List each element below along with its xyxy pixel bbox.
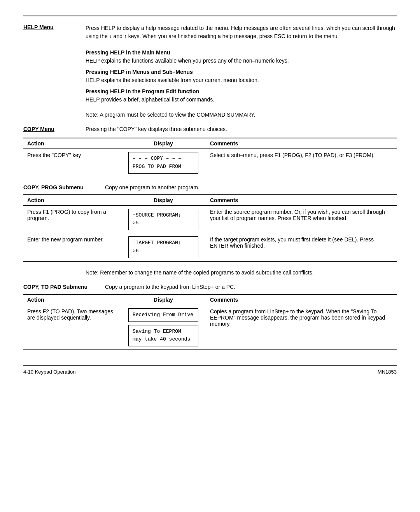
help-subsection-1: Pressing HELP in the Main Menu HELP expl… [86, 49, 397, 65]
pad-table-col-action: Action [23, 294, 121, 305]
copy-menu-label: COPY Menu [23, 126, 86, 132]
help-menu-section: HELP Menu Press HELP to display a help m… [23, 24, 397, 104]
receiving-display-line1: Receiving From Drive [133, 312, 193, 318]
copy-display-box: – – – COPY – – – PROG TO PAD FROM [128, 152, 198, 174]
prog-row1-comments: Enter the source program number. Or, if … [206, 205, 397, 233]
pad-row1-display: Receiving From Drive Saving To EEPROM ma… [121, 305, 206, 349]
saving-display-line1: Saving To EEPROM [133, 329, 181, 334]
pad-row1-action: Press F2 (TO PAD). Two messages are disp… [23, 305, 121, 349]
help-sub2-heading: Pressing HELP in Menus and Sub–Menus [86, 69, 193, 75]
help-subsection-3: Pressing HELP In the Program Edit functi… [86, 87, 397, 104]
help-sub1-text: HELP explains the functions available wh… [86, 58, 289, 64]
copy-display-line2: PROG TO PAD FROM [133, 164, 181, 170]
copy-row1-display: – – – COPY – – – PROG TO PAD FROM [121, 149, 206, 177]
help-menu-intro: Press HELP to display a help message rel… [86, 24, 397, 40]
help-menu-content: Press HELP to display a help message rel… [86, 24, 397, 104]
copy-table-col-action: Action [23, 138, 121, 149]
pad-table-col-display: Display [121, 294, 206, 305]
help-menu-label: HELP Menu [23, 24, 86, 30]
source-display-line1: ↑SOURCE PROGRAM↓ [133, 212, 181, 218]
copy-to-pad-table: Action Display Comments Press F2 (TO PAD… [23, 294, 397, 350]
help-menu-note: Note: A program must be selected to view… [86, 111, 397, 119]
table-row: Press F2 (TO PAD). Two messages are disp… [23, 305, 397, 349]
help-sub2-text: HELP explains the selections available f… [86, 77, 259, 83]
copy-table-col-comments: Comments [206, 138, 397, 149]
copy-prog-header: COPY, PROG Submenu Copy one program to a… [23, 184, 397, 190]
table-row: Press the "COPY" key – – – COPY – – – PR… [23, 149, 397, 177]
copy-menu-section: COPY Menu Pressing the "COPY" key displa… [23, 126, 397, 132]
pad-row1-comments: Copies a program from LinStep+ to the ke… [206, 305, 397, 349]
table-row: Press F1 (PROG) to copy from a program. … [23, 205, 397, 233]
copy-prog-table: Action Display Comments Press F1 (PROG) … [23, 194, 397, 262]
copy-prog-submenu: COPY, PROG Submenu Copy one program to a… [23, 184, 397, 277]
saving-display-line2: may take 40 seconds [133, 336, 190, 342]
copy-menu-table: Action Display Comments Press the "COPY"… [23, 138, 397, 177]
copy-prog-label: COPY, PROG Submenu [23, 184, 105, 190]
pad-table-col-comments: Comments [206, 294, 397, 305]
top-rule [23, 16, 397, 16]
copy-display-line1: – – – COPY – – – [133, 156, 181, 161]
footer: 4-10 Keypad Operation MN1853 [23, 369, 397, 375]
receiving-display-box: Receiving From Drive [128, 308, 198, 322]
prog-table-col-action: Action [23, 195, 121, 206]
prog-row1-action: Press F1 (PROG) to copy from a program. [23, 205, 121, 233]
copy-row1-action: Press the "COPY" key [23, 149, 121, 177]
table-row: Enter the new program number. ↑TARGET PR… [23, 233, 397, 261]
prog-table-col-comments: Comments [206, 195, 397, 206]
copy-prog-note: Note: Remember to change the name of the… [86, 269, 397, 277]
prog-row2-action: Enter the new program number. [23, 233, 121, 261]
copy-menu-description: Pressing the "COPY" key displays three s… [86, 126, 397, 132]
prog-row1-display: ↑SOURCE PROGRAM↓ >5 [121, 205, 206, 233]
help-sub1-heading: Pressing HELP in the Main Menu [86, 49, 170, 56]
help-sub3-text: HELP provides a brief, alphabetical list… [86, 96, 214, 103]
help-subsection-2: Pressing HELP in Menus and Sub–Menus HEL… [86, 68, 397, 84]
help-sub3-heading: Pressing HELP In the Program Edit functi… [86, 88, 199, 94]
source-display-box: ↑SOURCE PROGRAM↓ >5 [128, 209, 198, 231]
target-display-line1: ↑TARGET PROGRAM↓ [133, 240, 181, 246]
bottom-rule [23, 365, 397, 366]
copy-row1-comments: Select a sub–menu, press F1 (PROG), F2 (… [206, 149, 397, 177]
prog-row2-display: ↑TARGET PROGRAM↓ >6 [121, 233, 206, 261]
prog-row2-comments: If the target program exists, you must f… [206, 233, 397, 261]
copy-prog-desc: Copy one program to another program. [105, 184, 397, 190]
target-display-line2: >6 [133, 248, 139, 254]
copy-to-pad-label: COPY, TO PAD Submenu [23, 284, 105, 290]
target-display-box: ↑TARGET PROGRAM↓ >6 [128, 236, 198, 258]
copy-to-pad-submenu: COPY, TO PAD Submenu Copy a program to t… [23, 284, 397, 350]
prog-table-col-display: Display [121, 195, 206, 206]
saving-display-box: Saving To EEPROM may take 40 seconds [128, 325, 198, 347]
source-display-line2: >5 [133, 220, 139, 226]
footer-right: MN1853 [378, 369, 397, 375]
page-container: HELP Menu Press HELP to display a help m… [23, 16, 397, 375]
footer-left: 4-10 Keypad Operation [23, 369, 75, 375]
copy-table-col-display: Display [121, 138, 206, 149]
copy-to-pad-desc: Copy a program to the keypad from LinSte… [105, 284, 397, 290]
copy-to-pad-header: COPY, TO PAD Submenu Copy a program to t… [23, 284, 397, 290]
